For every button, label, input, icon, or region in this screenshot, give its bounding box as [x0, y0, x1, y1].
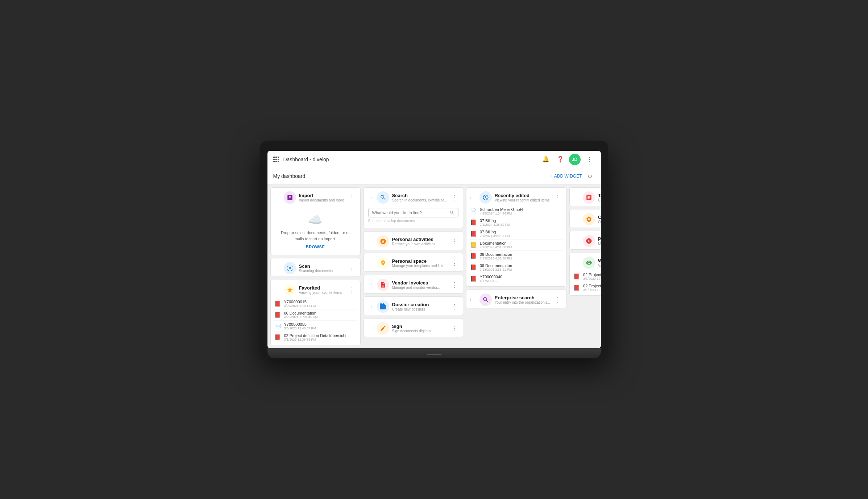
search-input[interactable]: [372, 211, 449, 215]
list-item[interactable]: 📕 Y700000015 4/25/2024 1:10:11 PM: [274, 298, 357, 309]
avatar-button[interactable]: JD: [569, 154, 581, 165]
browse-button[interactable]: BROWSE: [277, 245, 354, 249]
enterprise-search-widget: ⋮⋮ Enterprise search Your entry into the…: [466, 290, 566, 308]
file-icon: 📕: [274, 334, 281, 341]
file-icon: 📕: [274, 300, 281, 307]
item-date: 4/17/2023 ...: [480, 279, 562, 283]
search-menu-button[interactable]: ⋮: [450, 193, 459, 202]
search-drag-handle[interactable]: ⋮⋮: [365, 196, 374, 199]
laptop-frame: Dashboard - d.velop 🔔 ❓ JD ⋮ My dashboar…: [260, 141, 608, 358]
watching-drag-handle[interactable]: ⋮⋮: [571, 261, 580, 265]
personal-activities-texts: Personal activities Retrace your own act…: [392, 237, 447, 246]
personal-space-widget: ⋮⋮ Personal space Manage your templates …: [364, 253, 463, 272]
list-item[interactable]: 📕 06 Documentation 4/22/2024 11:24:45 AM: [274, 309, 357, 321]
item-name: Y700000040: [480, 275, 562, 279]
file-icon: 📒: [470, 242, 477, 248]
configuration-header: ⋮⋮ Configuration Overview of all configu…: [570, 209, 601, 228]
add-widget-button[interactable]: + ADD WIDGET: [551, 174, 582, 179]
list-item[interactable]: 📄 Schrauben Meier GmbH 4/25/2024 1:34:44…: [469, 206, 563, 217]
list-item[interactable]: 📕 06 Documentation 7/13/2023 3:55:11 PM: [469, 262, 563, 273]
enterprise-search-drag-handle[interactable]: ⋮⋮: [468, 298, 477, 302]
tasks-texts: Tasks Complete tasks: [598, 193, 601, 202]
process-studio-drag-handle[interactable]: ⋮⋮: [571, 240, 580, 243]
scan-menu-button[interactable]: ⋮: [347, 263, 357, 273]
list-item[interactable]: 📕 07 Billing 2/1/2024 4:20:07 PM: [469, 228, 563, 240]
sign-drag-handle[interactable]: ⋮⋮: [365, 327, 374, 330]
list-item[interactable]: 📕 02 Project definition OnePager 3/1/202…: [573, 282, 601, 293]
process-studio-texts: Process studio Manage your processes: [598, 236, 601, 246]
vendor-invoices-texts: Vendor invoices Manage and monitor vendo…: [392, 280, 447, 290]
recently-edited-widget: ⋮⋮ Recently edited Viewing your recently…: [466, 187, 566, 287]
configuration-desc: Overview of all configuration...: [598, 220, 601, 224]
file-icon: 📕: [573, 273, 580, 280]
favorited-drag-handle[interactable]: ⋮⋮: [272, 288, 281, 292]
list-item[interactable]: 📕 02 Project definition Detailübersicht …: [274, 332, 357, 343]
help-button[interactable]: ❓: [555, 154, 566, 165]
vendor-invoices-menu-button[interactable]: ⋮: [450, 280, 459, 290]
app-title: Dashboard - d.velop: [283, 157, 329, 162]
enterprise-search-texts: Enterprise search Your entry into the or…: [495, 295, 550, 304]
list-item[interactable]: 📕 02 Project definition Detailübersicht …: [573, 271, 601, 282]
dashboard-grid: ⋮⋮ Import Import documents and more ⋮ ☁️…: [267, 184, 601, 348]
dashboard-bar: My dashboard + ADD WIDGET ⊙: [267, 168, 601, 184]
recently-edited-drag-handle[interactable]: ⋮⋮: [468, 196, 477, 199]
configuration-drag-handle[interactable]: ⋮⋮: [571, 218, 580, 221]
edit-dashboard-button[interactable]: ⊙: [585, 171, 595, 181]
list-item[interactable]: 📕 06 Documentation 7/13/2023 4:01:36 PM: [469, 251, 563, 262]
header-right: 🔔 ❓ JD ⋮: [540, 154, 595, 165]
personal-activities-drag-handle[interactable]: ⋮⋮: [365, 240, 374, 243]
recently-edited-icon: [479, 191, 492, 204]
item-date: 5/5/2023 12:40:57 PM: [284, 327, 357, 330]
column-1: ⋮⋮ Import Import documents and more ⋮ ☁️…: [270, 187, 361, 345]
list-item[interactable]: 📕 07 Billing 2/1/2024 4:38:19 PM: [469, 217, 563, 228]
list-item[interactable]: 📕 Y700000040 4/17/2023 ...: [469, 273, 563, 284]
dossier-creation-menu-button[interactable]: ⋮: [450, 302, 459, 311]
vendor-invoices-desc: Manage and monitor vendor...: [392, 286, 447, 290]
favorited-menu-button[interactable]: ⋮: [347, 285, 357, 295]
tasks-drag-handle[interactable]: ⋮⋮: [571, 196, 580, 199]
personal-space-menu-button[interactable]: ⋮: [450, 258, 459, 268]
apps-icon[interactable]: [273, 157, 279, 162]
sign-menu-button[interactable]: ⋮: [450, 324, 459, 333]
watching-texts: Watching Viewing your watched items: [598, 258, 601, 267]
search-widget: ⋮⋮ Search Search in documents, e-mails o…: [364, 187, 463, 228]
scan-drag-handle[interactable]: ⋮⋮: [272, 267, 281, 270]
scan-widget-header: ⋮⋮ Scan Scanning documents ⋮: [271, 258, 360, 276]
list-item[interactable]: 📒 Dokumentation 7/13/2023 4:01:38 PM: [469, 240, 563, 251]
enterprise-search-desc: Your entry into the organization's...: [495, 300, 550, 304]
scan-widget: ⋮⋮ Scan Scanning documents ⋮: [270, 258, 361, 277]
more-options-button[interactable]: ⋮: [583, 154, 595, 165]
dossier-creation-title: Dossier creation: [392, 302, 447, 307]
vendor-invoices-drag-handle[interactable]: ⋮⋮: [365, 283, 374, 287]
sign-widget-header: ⋮⋮ Sign Sign documents digitally ⋮: [364, 319, 463, 337]
import-menu-button[interactable]: ⋮: [347, 193, 357, 202]
notifications-button[interactable]: 🔔: [540, 154, 552, 165]
list-item[interactable]: ✉️ Y700000055 5/5/2023 12:40:57 PM: [274, 321, 357, 332]
item-name: 02 Project definition Detailübersicht: [284, 333, 357, 338]
tasks-header: ⋮⋮ Tasks Complete tasks ⋮: [570, 188, 601, 206]
laptop-screen: Dashboard - d.velop 🔔 ❓ JD ⋮ My dashboar…: [267, 151, 601, 348]
personal-space-title: Personal space: [392, 258, 447, 264]
item-date: 4/25/2024 1:10:11 PM: [284, 304, 357, 308]
process-studio-desc: Manage your processes: [598, 242, 601, 246]
personal-activities-menu-button[interactable]: ⋮: [450, 237, 459, 246]
enterprise-search-header: ⋮⋮ Enterprise search Your entry into the…: [466, 290, 566, 308]
enterprise-search-menu-button[interactable]: ⋮: [553, 295, 562, 304]
configuration-icon: [583, 213, 595, 225]
configuration-texts: Configuration Overview of all configurat…: [598, 215, 601, 224]
recently-edited-desc: Viewing your recently edited items: [495, 198, 550, 202]
dossier-creation-drag-handle[interactable]: ⋮⋮: [365, 305, 374, 308]
personal-activities-header: ⋮⋮ Personal activities Retrace your own …: [364, 232, 463, 250]
personal-space-drag-handle[interactable]: ⋮⋮: [365, 262, 374, 265]
personal-space-texts: Personal space Manage your templates and…: [392, 258, 447, 268]
search-input-wrap: [368, 208, 458, 217]
laptop-vent: [427, 354, 441, 355]
search-title: Search: [392, 193, 447, 198]
sign-desc: Sign documents digitally: [392, 329, 447, 333]
import-drag-handle[interactable]: ⋮⋮: [272, 196, 281, 199]
item-date: 4/25/2024 1:34:44 PM: [480, 212, 562, 215]
recently-edited-menu-button[interactable]: ⋮: [553, 193, 562, 202]
personal-space-header: ⋮⋮ Personal space Manage your templates …: [364, 253, 463, 271]
process-studio-widget: ⋮⋮ Process studio Manage your processes …: [569, 231, 601, 250]
favorited-items: 📕 Y700000015 4/25/2024 1:10:11 PM 📕 06 D…: [271, 298, 360, 345]
